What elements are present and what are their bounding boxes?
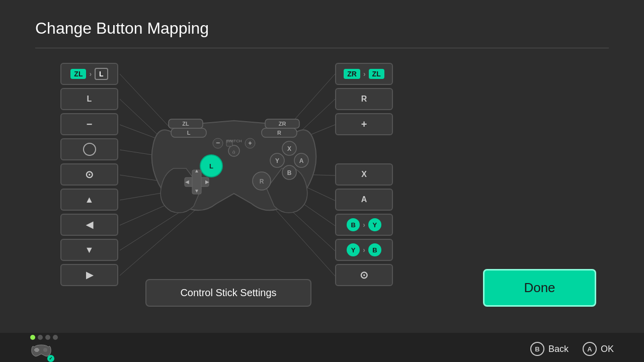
capture-icon [83,143,96,156]
dpad-up-icon: ▲ [85,195,94,205]
svg-text:L: L [209,162,213,170]
svg-text:◀: ◀ [185,179,189,185]
y-from-circle: Y [347,243,360,256]
btn-dpad-up[interactable]: ▲ [60,189,118,211]
header-divider [35,48,609,48]
control-stick-label: Control Stick Settings [180,287,276,299]
zl-to-badge: L [95,68,108,80]
svg-text:R: R [260,178,264,185]
back-action: B Back [530,342,569,356]
svg-text:A: A [299,157,304,164]
y-to-circle: Y [368,218,381,231]
btn-lstick[interactable]: ⊙ [60,163,118,186]
btn-minus[interactable]: − [60,113,118,135]
btn-plus[interactable]: + [335,113,393,135]
lstick-icon: ⊙ [85,168,94,180]
btn-x[interactable]: X [335,163,393,186]
dpad-right-icon: ▶ [86,269,93,281]
b-from-circle: B [347,218,360,231]
btn-l-label: L [87,95,92,104]
back-label: Back [548,344,569,354]
dot-3 [45,335,50,340]
svg-text:+: + [248,140,252,147]
svg-point-53 [43,348,47,352]
dot-1 [30,335,35,340]
controller-indicator: ✓ [30,335,52,360]
ok-action: A OK [583,342,614,356]
svg-text:L: L [187,130,191,136]
control-stick-settings-button[interactable]: Control Stick Settings [145,279,311,307]
btn-r[interactable]: R [335,88,393,110]
zl-arrow: › [89,70,92,78]
zr-arrow: › [363,70,366,78]
btn-x-label: X [361,170,367,179]
btn-a[interactable]: A [335,189,393,211]
bottom-bar: ✓ B Back A OK [0,333,644,362]
svg-text:B: B [287,169,292,176]
done-label: Done [524,280,555,296]
done-button[interactable]: Done [483,269,596,307]
ok-label: OK [601,344,614,354]
b-y-arrow: › [363,221,365,229]
btn-a-label: A [361,195,367,204]
plus-icon: + [361,119,367,130]
svg-text:ZR: ZR [279,121,286,127]
btn-dpad-down[interactable]: ▼ [60,239,118,261]
zr-to-badge: ZL [369,69,384,79]
svg-text:R: R [277,130,281,136]
dot-4 [53,335,58,340]
btn-l[interactable]: L [60,88,118,110]
svg-text:▼: ▼ [194,188,199,194]
btn-y-b[interactable]: Y › B [335,239,393,261]
dot-2 [38,335,43,340]
btn-capture[interactable] [60,138,118,160]
btn-rstick[interactable]: ⊙ [335,264,393,286]
btn-dpad-right[interactable]: ▶ [60,264,118,286]
right-button-group: ZR › ZL R + X A B › Y Y › B ⊙ [335,63,393,286]
dpad-down-icon: ▼ [85,245,94,255]
svg-text:SWITCH: SWITCH [226,139,242,143]
btn-dpad-left[interactable]: ◀ [60,214,118,236]
rstick-icon: ⊙ [360,269,368,281]
b-to-circle: B [368,243,381,256]
svg-text:Y: Y [275,157,279,164]
svg-text:⌂: ⌂ [232,149,235,154]
b-button-icon: B [530,342,544,356]
controller-image: X A B Y L R ◀ ▶ ▲ ▼ − [143,73,325,234]
a-button-icon: A [583,342,597,356]
btn-zr-zl[interactable]: ZR › ZL [335,63,393,85]
minus-icon: − [87,119,93,130]
svg-text:X: X [287,145,291,152]
y-b-arrow: › [363,246,365,254]
dpad-left-icon: ◀ [86,219,93,230]
zl-from-badge: ZL [70,69,86,79]
dot-indicators [30,335,58,340]
svg-rect-55 [35,348,38,352]
page-title: Change Button Mapping [35,19,209,38]
left-button-group: ZL › L L − ⊙ ▲ ◀ ▼ ▶ [60,63,118,286]
zr-from-badge: ZR [344,69,360,79]
svg-text:▲: ▲ [194,168,199,173]
btn-b-y[interactable]: B › Y [335,214,393,236]
btn-r-label: R [361,95,367,104]
svg-text:ZL: ZL [182,121,189,127]
bottom-actions: B Back A OK [530,342,614,356]
btn-zl-l[interactable]: ZL › L [60,63,118,85]
svg-text:−: − [216,139,220,147]
svg-text:▶: ▶ [205,179,209,185]
